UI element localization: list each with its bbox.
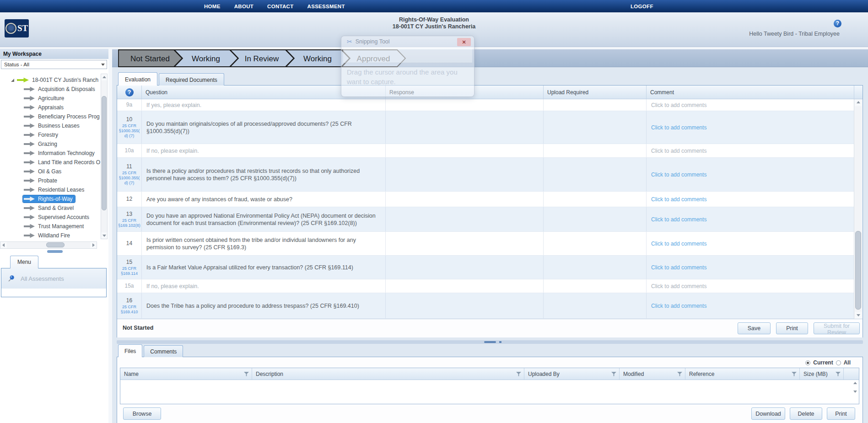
sidebar-splitter-handle[interactable] (47, 250, 63, 253)
print-button[interactable]: Print (776, 322, 808, 334)
cfr-reference-link[interactable]: 25 CFR §169.410 (117, 305, 141, 315)
sidebar-item-agriculture[interactable]: Agriculture (0, 94, 108, 103)
sidebar-item-appraisals[interactable]: Appraisals (0, 103, 108, 112)
response-cell[interactable] (386, 99, 544, 111)
response-cell[interactable] (386, 279, 544, 293)
add-comment-link[interactable]: Click to add comments (651, 196, 706, 203)
tab-required-documents[interactable]: Required Documents (159, 73, 224, 86)
add-comment-link[interactable]: Click to add comments (651, 171, 706, 178)
delete-button[interactable]: Delete (790, 407, 822, 420)
add-comment-link[interactable]: Click to add comments (651, 264, 706, 271)
tree-horizontal-scrollbar[interactable] (0, 241, 97, 249)
panel-splitter-handle[interactable] (117, 340, 863, 344)
radio-all-icon[interactable] (836, 360, 841, 365)
sidebar-item-residential-leases[interactable]: Residential Leases (0, 185, 108, 194)
add-comment-link[interactable]: Click to add comments (651, 303, 706, 309)
sidebar-item-probate[interactable]: Probate (0, 176, 108, 185)
add-comment-link[interactable]: Click to add comments (651, 102, 706, 108)
nav-assessment[interactable]: ASSESSMENT (307, 4, 345, 9)
sidebar-item-trust-management[interactable]: Trust Management (0, 222, 108, 231)
close-icon[interactable]: ✕ (457, 38, 471, 46)
cfr-reference-link[interactable]: 25 CFR §169.102(8) (117, 218, 141, 228)
sidebar-item-wildland-fire[interactable]: Wildland Fire (0, 231, 108, 240)
tree-expand-icon[interactable] (11, 79, 14, 82)
response-cell[interactable] (386, 111, 544, 144)
add-comment-link[interactable]: Click to add comments (651, 148, 706, 154)
response-cell[interactable] (386, 192, 544, 207)
add-comment-link[interactable]: Click to add comments (651, 216, 706, 223)
filter-funnel-icon[interactable] (677, 371, 682, 376)
response-cell[interactable] (386, 158, 544, 191)
column-header-size[interactable]: Size (MB) (800, 368, 844, 380)
response-cell[interactable] (386, 256, 544, 279)
sidebar-item-acquisition-disposals[interactable]: Acquisition & Disposals (0, 85, 108, 94)
column-header-name[interactable]: Name (120, 368, 252, 380)
scroll-down-icon[interactable] (855, 312, 862, 319)
cfr-reference-link[interactable]: 25 CFR §1000.355(d) (7) (117, 171, 141, 186)
column-header-description[interactable]: Description (252, 368, 524, 380)
radio-current-icon[interactable] (805, 360, 810, 365)
cfr-reference-link[interactable]: 25 CFR §1000.355(d) (7) (117, 123, 141, 139)
sidebar-item-business-leases[interactable]: Business Leases (0, 121, 108, 130)
files-print-button[interactable]: Print (827, 407, 855, 420)
sidebar-item-land-title-records[interactable]: Land Title and Records O (0, 158, 108, 167)
nav-logoff[interactable]: LOGOFF (631, 4, 653, 9)
filter-funnel-icon[interactable] (836, 371, 841, 376)
dropdown-arrow-icon[interactable] (101, 64, 105, 66)
snipping-tool-titlebar[interactable]: ✂ Snipping Tool (341, 36, 474, 47)
column-header-reference[interactable]: Reference (685, 368, 800, 380)
response-cell[interactable] (386, 232, 544, 255)
scroll-up-icon[interactable] (853, 382, 857, 384)
filter-funnel-icon[interactable] (611, 371, 616, 376)
scrollbar-thumb[interactable] (102, 96, 107, 210)
scrollbar-thumb[interactable] (855, 231, 861, 310)
scroll-up-icon[interactable] (855, 99, 862, 106)
scroll-down-icon[interactable] (101, 232, 107, 239)
nav-home[interactable]: HOME (204, 4, 221, 9)
response-cell[interactable] (386, 293, 544, 318)
column-header-uploaded-by[interactable]: Uploaded By (524, 368, 620, 380)
download-button[interactable]: Download (751, 407, 785, 420)
scroll-left-icon[interactable] (0, 242, 7, 248)
scroll-up-icon[interactable] (101, 74, 107, 80)
save-button[interactable]: Save (738, 322, 771, 334)
tab-evaluation[interactable]: Evaluation (118, 72, 157, 86)
nav-about[interactable]: ABOUT (234, 4, 253, 9)
table-vertical-scrollbar[interactable] (854, 99, 862, 319)
response-cell[interactable] (386, 144, 544, 157)
cfr-reference-link[interactable]: 25 CFR §169.114 (117, 266, 141, 276)
radio-current-label[interactable]: Current (813, 359, 833, 366)
filter-funnel-icon[interactable] (244, 371, 249, 376)
sidebar-item-oil-gas[interactable]: Oil & Gas (0, 167, 108, 176)
scrollbar-thumb[interactable] (46, 242, 65, 247)
sidebar-item-rights-of-way[interactable]: Rights-of-Way (0, 194, 108, 203)
sidebar-item-information-technology[interactable]: Information Technology (0, 149, 108, 158)
add-comment-link[interactable]: Click to add comments (651, 283, 706, 289)
tree-vertical-scrollbar[interactable] (101, 74, 108, 239)
scroll-down-icon[interactable] (853, 391, 857, 393)
filter-funnel-icon[interactable] (516, 371, 521, 376)
tab-comments[interactable]: Comments (144, 345, 183, 357)
scroll-right-icon[interactable] (90, 242, 97, 248)
sidebar-item-forestry[interactable]: Forestry (0, 130, 108, 139)
sidebar-item-sand-gravel[interactable]: Sand & Gravel (0, 203, 108, 213)
add-comment-link[interactable]: Click to add comments (651, 124, 706, 131)
browse-button[interactable]: Browse (123, 407, 161, 420)
sidebar-item-grazing[interactable]: Grazing (0, 139, 108, 149)
column-header-modified[interactable]: Modified (620, 368, 685, 380)
menu-item-all-assessments[interactable]: All Assessments (1, 268, 106, 289)
response-cell[interactable] (386, 207, 544, 231)
help-icon[interactable]: ? (834, 20, 841, 27)
sidebar-item-beneficiary-process[interactable]: Beneficiary Process Prog (0, 112, 108, 121)
submit-for-review-button[interactable]: Submit for Review (814, 322, 860, 334)
sidebar-item-supervised-accounts[interactable]: Supervised Accounts (0, 213, 108, 222)
nav-contact[interactable]: CONTACT (267, 4, 293, 9)
tab-files[interactable]: Files (118, 344, 142, 357)
radio-all-label[interactable]: All (844, 359, 851, 366)
tab-menu[interactable]: Menu (10, 256, 38, 268)
status-filter-select[interactable]: Status - All (1, 60, 107, 69)
question-help-icon[interactable]: ? (125, 88, 134, 96)
tree-root-node[interactable]: 18-001T CY Justin's Ranch (0, 75, 108, 85)
add-comment-link[interactable]: Click to add comments (651, 241, 706, 247)
filter-funnel-icon[interactable] (792, 371, 797, 376)
